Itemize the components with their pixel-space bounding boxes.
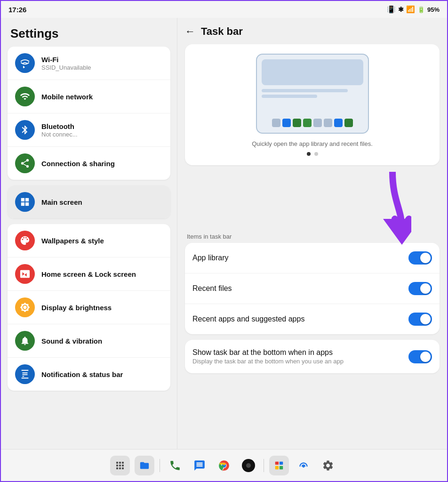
nav-files-button[interactable] — [132, 453, 157, 478]
nav-phone-button[interactable] — [163, 453, 187, 478]
wifi-sublabel: SSID_Unavailable — [41, 64, 91, 71]
preview-dots — [307, 152, 318, 156]
homescreen-icon-circle — [15, 264, 35, 284]
taskbar-preview — [256, 54, 369, 134]
wallpapers-text: Wallpapers & style — [41, 237, 104, 245]
settings-icon — [322, 459, 334, 472]
taskbar-title: Task bar — [201, 25, 243, 38]
status-icons: 📳 ✱ 📶 🔋 95% — [387, 5, 440, 14]
recentfiles-toggle[interactable] — [408, 282, 432, 295]
settings-item-mainscreen[interactable]: Main screen — [8, 185, 170, 218]
dot-1 — [307, 152, 311, 156]
nav-chrome-button[interactable] — [212, 453, 236, 478]
svg-rect-5 — [280, 466, 283, 469]
apps-icon-box — [110, 456, 130, 475]
preview-taskbar-row — [262, 117, 363, 128]
bluetooth-icon-circle — [15, 120, 35, 140]
bluetooth-label: Bluetooth — [41, 122, 78, 130]
preview-description: Quickly open the app library and recent … — [252, 140, 373, 147]
show-taskbar-toggle-thumb — [420, 352, 431, 362]
home-icon — [20, 269, 30, 279]
toggle-item-recentapps[interactable]: Recent apps and suggested apps — [185, 304, 440, 334]
mainscreen-label: Main screen — [41, 198, 82, 206]
status-time: 17:26 — [8, 6, 26, 14]
connection-label: Connection & sharing — [41, 160, 115, 168]
mainscreen-icon — [20, 197, 30, 207]
network-settings-group: Wi-Fi SSID_Unavailable Mobile network — [8, 47, 170, 180]
nav-wifi3-button[interactable] — [291, 453, 316, 478]
toggle-item-applibrary[interactable]: App library — [185, 243, 440, 273]
nav-settings2-button[interactable] — [316, 453, 340, 478]
recentapps-label: Recent apps and suggested apps — [192, 315, 304, 323]
svg-point-6 — [303, 466, 304, 467]
taskbar-icon-4 — [303, 119, 312, 127]
palette-icon — [20, 235, 30, 246]
nav-divider-1 — [160, 459, 160, 472]
nav-chat-button[interactable] — [187, 453, 212, 478]
display-label: Display & brightness — [41, 304, 112, 312]
preview-lines — [262, 89, 363, 98]
recentfiles-label: Recent files — [192, 284, 232, 293]
arrow-wrapper — [185, 172, 411, 247]
nav-multiapp-button[interactable] — [267, 453, 291, 478]
display-icon-circle — [15, 297, 35, 317]
files-icon — [139, 460, 150, 471]
taskbar-icon-1 — [272, 119, 280, 127]
mainscreen-icon-circle — [15, 192, 35, 212]
settings-item-sound[interactable]: Sound & vibration — [8, 324, 170, 358]
camera-lens — [246, 463, 251, 468]
taskbar-icon-7 — [334, 119, 343, 127]
battery-x-icon: 🔋 — [417, 6, 425, 13]
settings-item-bluetooth[interactable]: Bluetooth Not connec... — [8, 113, 170, 147]
applibrary-label: App library — [192, 254, 228, 262]
settings-item-wifi[interactable]: Wi-Fi SSID_Unavailable — [8, 47, 170, 80]
settings-item-display[interactable]: Display & brightness — [8, 291, 170, 324]
dot-2 — [314, 152, 318, 156]
wifi-text: Wi-Fi SSID_Unavailable — [41, 56, 91, 71]
bottom-nav — [1, 449, 447, 481]
recentapps-toggle[interactable] — [408, 313, 432, 326]
recentapps-toggle-thumb — [420, 314, 431, 324]
right-panel: ← Task bar — [177, 18, 447, 449]
camera-icon-circle — [242, 459, 255, 472]
settings-item-notification[interactable]: Notification & status bar — [8, 358, 170, 391]
connection-icon — [20, 158, 30, 169]
left-panel: Settings Wi-Fi SSID_Unavailable — [1, 18, 177, 449]
homescreen-text: Home screen & Lock screen — [41, 270, 136, 278]
applibrary-toggle-thumb — [420, 253, 431, 263]
chat-icon — [193, 459, 206, 472]
wifi-icon-circle — [15, 53, 35, 73]
settings-item-homescreen[interactable]: Home screen & Lock screen — [8, 257, 170, 291]
multiapp-icon-box — [269, 456, 289, 475]
settings-item-wallpapers[interactable]: Wallpapers & style — [8, 224, 170, 257]
display-text: Display & brightness — [41, 304, 112, 312]
more-settings-group: Wallpapers & style Home screen & Lock sc… — [8, 224, 170, 391]
settings-item-mobile[interactable]: Mobile network — [8, 80, 170, 113]
back-button[interactable]: ← — [185, 25, 195, 38]
nav-camera-button[interactable] — [236, 453, 261, 478]
sound-label: Sound & vibration — [41, 337, 102, 345]
sound-icon-circle — [15, 331, 35, 351]
apps-grid-icon — [114, 460, 126, 471]
toggle-item-recentfiles[interactable]: Recent files — [185, 273, 440, 304]
connection-icon-circle — [15, 153, 35, 173]
wifi-label: Wi-Fi — [41, 56, 91, 64]
show-taskbar-toggle[interactable] — [408, 350, 432, 363]
preview-line-short — [262, 95, 318, 98]
show-taskbar-text-block: Show task bar at the bottom when in apps… — [192, 348, 408, 365]
mobile-network-icon — [20, 91, 30, 102]
homescreen-label: Home screen & Lock screen — [41, 270, 136, 278]
multiapp-icon — [274, 460, 284, 471]
settings-item-connection[interactable]: Connection & sharing — [8, 147, 170, 180]
status-bar: 17:26 📳 ✱ 📶 🔋 95% — [1, 1, 447, 18]
applibrary-toggle[interactable] — [408, 251, 432, 265]
taskbar-icon-8 — [344, 119, 353, 127]
nav-divider-2 — [264, 459, 264, 472]
nav-apps-button[interactable] — [108, 453, 132, 478]
bluetooth-status-icon: ✱ — [398, 6, 404, 13]
taskbar-icon-2 — [282, 119, 291, 127]
mainscreen-settings-group: Main screen — [8, 185, 170, 218]
bluetooth-sublabel: Not connec... — [41, 131, 78, 138]
phone-icon — [169, 459, 181, 472]
preview-top-bar — [262, 59, 363, 85]
